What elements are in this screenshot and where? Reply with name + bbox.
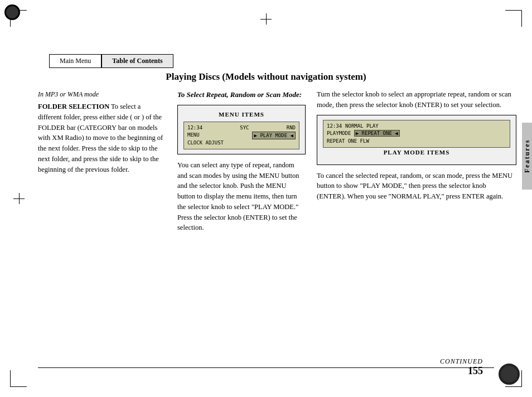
left-column: In MP3 or WMA mode FOLDER SELECTION To s… (38, 89, 172, 358)
sr-one-flw: ONE FLW (348, 138, 369, 144)
screen-menu: MENU (187, 132, 200, 140)
play-mode-display-box: 12:34 NORMAL PLAY PLAYMODE ▶ REPEAT ONE … (317, 115, 516, 165)
sr-time: 12:34 (327, 123, 342, 130)
screen-right-row3: REPEAT ONE FLW (327, 138, 506, 146)
left-body-text: To select a different folder, press eith… (38, 103, 163, 173)
right-para1: Turn the selector knob to select an appr… (317, 89, 516, 110)
reg-mark-left (13, 193, 25, 204)
screen-sync: SYC (240, 124, 249, 132)
screen-row-1: 12:34 SYC RND (187, 124, 296, 132)
screen-row-2: MENU ▶ PLAY MODE ◀ (187, 132, 296, 140)
screen-right-row1: 12:34 NORMAL PLAY (327, 123, 506, 130)
left-body: FOLDER SELECTION To select a different f… (38, 101, 165, 175)
screen-time: 12:34 (187, 124, 202, 132)
middle-body: You can select any type of repeat, rando… (177, 160, 306, 233)
screen-play-mode: ▶ PLAY MODE ◀ (252, 132, 296, 140)
nav-tabs: Main Menu Table of Contents (49, 54, 173, 68)
right-column: Turn the selector knob to select an appr… (311, 89, 516, 358)
corner-mark-bl (10, 370, 27, 387)
menu-items-display-box: MENU ITEMS 12:34 SYC RND MENU ▶ PLAY MOD… (177, 105, 306, 154)
middle-section-title: To Select Repeat, Random or Scan Mode: (177, 89, 306, 100)
sr-mode: NORMAL PLAY (345, 123, 379, 130)
screen-right-row2: PLAYMODE ▶ REPEAT ONE ◀ (327, 130, 506, 138)
play-mode-screen: 12:34 NORMAL PLAY PLAYMODE ▶ REPEAT ONE … (323, 120, 510, 148)
continued-text: CONTINUED (440, 357, 483, 366)
circle-tl (4, 4, 20, 20)
sr-repeat: REPEAT (327, 138, 345, 144)
page-number: 155 (468, 365, 483, 377)
side-label: Features (522, 123, 532, 190)
left-bold-term: FOLDER SELECTION (38, 103, 109, 110)
page-title: Playing Discs (Models without navigation… (49, 71, 483, 83)
menu-items-screen: 12:34 SYC RND MENU ▶ PLAY MODE ◀ CLOCK A… (183, 122, 299, 149)
table-of-contents-tab[interactable]: Table of Contents (101, 54, 173, 68)
screen-row-3: CLOCK ADJUST (187, 139, 296, 147)
middle-column: To Select Repeat, Random or Scan Mode: M… (172, 89, 311, 358)
content-area: In MP3 or WMA mode FOLDER SELECTION To s… (38, 89, 516, 358)
screen-rnd: RND (287, 124, 296, 132)
screen-clock: CLOCK ADJUST (187, 139, 224, 147)
right-para2: To cancel the selected repeat, random, o… (317, 171, 516, 202)
bottom-rule (38, 367, 494, 368)
left-italic-header: In MP3 or WMA mode (38, 89, 165, 99)
play-mode-label: PLAY MODE ITEMS (323, 148, 510, 157)
sr-repeat-one: ▶ REPEAT ONE ◀ (354, 130, 400, 137)
reg-mark-top (260, 13, 272, 25)
corner-mark-tr (505, 10, 522, 27)
sr-playmode: PLAYMODE (327, 130, 351, 136)
menu-items-label: MENU ITEMS (183, 110, 299, 119)
main-menu-tab[interactable]: Main Menu (49, 54, 101, 68)
circle-br (499, 364, 520, 385)
